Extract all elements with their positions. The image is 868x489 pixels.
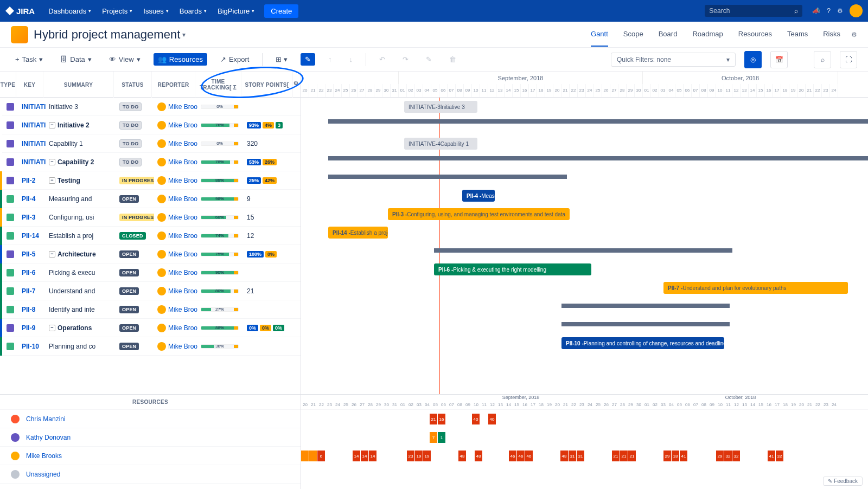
calendar-icon[interactable]: 📅	[770, 51, 788, 68]
gantt-bar[interactable]	[328, 156, 868, 160]
status-badge[interactable]: OPEN	[119, 343, 139, 350]
table-row[interactable]: PII-9−OperationsOPENMike Brooks88%0%0%0%	[0, 319, 301, 337]
resource-allocation-cell[interactable]: 48	[560, 451, 568, 461]
resource-allocation-cell[interactable]: 16	[438, 414, 445, 424]
resource-allocation-cell[interactable]: 18	[672, 451, 679, 461]
status-badge[interactable]: IN PROGRESS	[119, 177, 154, 184]
resource-row[interactable]: Unassigned	[0, 465, 301, 484]
target-icon[interactable]: ◎	[744, 51, 762, 68]
export-button[interactable]: ↗ Export	[216, 53, 254, 66]
resource-allocation-cell[interactable]: 31	[577, 451, 584, 461]
resource-allocation-cell[interactable]: 40	[472, 414, 480, 424]
undo-icon[interactable]: ↶	[375, 53, 390, 66]
issue-key[interactable]: PII-9	[18, 324, 46, 332]
resource-allocation-cell[interactable]: 48	[475, 451, 482, 461]
tab-gantt[interactable]: Gantt	[591, 22, 608, 47]
col-story-points[interactable]: STORY POINTS[	[241, 72, 293, 98]
topbar-menu-boards[interactable]: Boards▾	[174, 0, 212, 22]
data-button[interactable]: 🗄 Data ▾	[56, 53, 95, 66]
summary-cell[interactable]: −Operations	[46, 324, 116, 332]
tab-resources[interactable]: Resources	[738, 22, 772, 47]
summary-cell[interactable]: −Initiative 2	[46, 121, 116, 129]
issue-key[interactable]: PII-4	[18, 195, 46, 203]
resource-row[interactable]: Chris Manzini	[0, 410, 301, 428]
pencil-icon[interactable]: ✎	[422, 53, 436, 66]
issue-key[interactable]: PII-5	[18, 250, 46, 258]
table-row[interactable]: PII-8Identify and inteOPENMike Brooks27%	[0, 300, 301, 319]
gantt-bar[interactable]: PII-3 - Configuring, using, and managing…	[388, 208, 570, 220]
tab-teams[interactable]: Teams	[787, 22, 808, 47]
resource-allocation-cell[interactable]: 32	[732, 451, 740, 461]
col-status[interactable]: STATUS	[114, 72, 152, 98]
redo-icon[interactable]: ↷	[398, 53, 413, 66]
status-badge[interactable]: OPEN	[119, 250, 139, 258]
gantt-bar[interactable]: PII-10 - Planning and controlling of cha…	[561, 337, 724, 349]
table-row[interactable]: PII-5−ArchitectureOPENMike Brooks75%100%…	[0, 245, 301, 263]
expand-icon[interactable]: −	[49, 122, 55, 128]
gantt-bar[interactable]: PII-14 - Establish a project sched	[328, 227, 388, 239]
tab-roadmap[interactable]: Roadmap	[692, 22, 723, 47]
summary-cell[interactable]: Planning and co	[46, 343, 116, 350]
gantt-bar[interactable]: PII-7 - Understand and plan for evolutio…	[663, 282, 848, 294]
jira-logo[interactable]: JIRA	[5, 7, 35, 16]
reporter-name[interactable]: Mike Brooks	[168, 103, 197, 111]
resource-allocation-cell[interactable]: 29	[663, 451, 671, 461]
expand-icon[interactable]: −	[49, 325, 55, 331]
expand-icon[interactable]: −	[49, 177, 55, 184]
topbar-menu-bigpicture[interactable]: BigPicture▾	[212, 0, 260, 22]
reporter-name[interactable]: Mike Brooks	[168, 121, 197, 129]
status-badge[interactable]: TO DO	[119, 102, 142, 111]
resources-timeline[interactable]: September, 2018October, 2018 20212223242…	[301, 395, 868, 489]
search-toolbar-icon[interactable]: ⌕	[814, 51, 831, 68]
reporter-name[interactable]: Mike Brooks	[168, 343, 197, 350]
summary-cell[interactable]: −Testing	[46, 177, 116, 184]
col-time-tracking[interactable]: TIME TRACKING[ Σ	[195, 72, 241, 98]
up-icon[interactable]: ↑	[324, 53, 336, 66]
resource-allocation-cell[interactable]: 19	[415, 451, 423, 461]
gantt-bar[interactable]	[328, 119, 868, 124]
issue-key[interactable]: PII-10	[18, 343, 46, 350]
trash-icon[interactable]: 🗑	[445, 53, 461, 66]
settings-gear-icon[interactable]: ⚙	[851, 31, 857, 38]
gantt-bar[interactable]: INITIATIVE-4Capability 1	[404, 138, 477, 150]
resource-allocation-cell[interactable]: 32	[776, 451, 783, 461]
gantt-bar[interactable]	[434, 248, 732, 253]
resource-allocation-cell[interactable]	[301, 451, 309, 461]
issue-key[interactable]: PII-3	[18, 214, 46, 221]
summary-cell[interactable]: Understand and	[46, 287, 116, 295]
resource-allocation-cell[interactable]: 48	[458, 451, 466, 461]
resource-allocation-cell[interactable]: 41	[680, 451, 687, 461]
gantt-bar[interactable]: PII-6 - Picking & executing the right mo…	[434, 263, 591, 275]
col-summary[interactable]: SUMMARY	[43, 72, 114, 98]
summary-cell[interactable]: Picking & execu	[46, 269, 116, 276]
resource-allocation-cell[interactable]: 6	[317, 451, 325, 461]
reporter-name[interactable]: Mike Brooks	[168, 250, 197, 258]
search-input[interactable]	[709, 7, 794, 15]
status-badge[interactable]: TO DO	[119, 121, 142, 130]
issue-key[interactable]: INITIATI	[18, 121, 46, 129]
expand-icon[interactable]: −	[49, 159, 55, 165]
table-row[interactable]: PII-4Measuring and OPENMike Brooks98%9	[0, 190, 301, 208]
issue-key[interactable]: PII-14	[18, 232, 46, 240]
task-button[interactable]: + Task ▾	[11, 53, 47, 66]
gear-icon[interactable]: ⚙	[837, 7, 843, 15]
table-row[interactable]: INITIATI−Initiative 2TO DOMike Brooks76%…	[0, 116, 301, 134]
resource-row[interactable]: Kathy Donovan	[0, 428, 301, 447]
layout-button[interactable]: ⊞ ▾	[271, 53, 292, 66]
table-row[interactable]: INITIATICapability 1TO DOMike Brooks0%32…	[0, 134, 301, 153]
status-badge[interactable]: OPEN	[119, 269, 139, 276]
gantt-bar[interactable]: PII-4 - Measu	[462, 190, 495, 202]
status-badge[interactable]: OPEN	[119, 324, 139, 332]
summary-cell[interactable]: −Capability 2	[46, 158, 116, 166]
table-row[interactable]: INITIATIInitiative 3TO DOMike Brooks0%	[0, 98, 301, 116]
column-settings-icon[interactable]: ⚙	[293, 80, 298, 86]
summary-cell[interactable]: Initiative 3	[46, 103, 116, 111]
issue-key[interactable]: INITIATI	[18, 103, 46, 111]
summary-cell[interactable]: −Architecture	[46, 250, 116, 258]
summary-cell[interactable]: Capability 1	[46, 140, 116, 147]
resource-allocation-cell[interactable]: 41	[768, 451, 775, 461]
resource-allocation-cell[interactable]: 40	[488, 414, 496, 424]
issue-key[interactable]: PII-6	[18, 269, 46, 276]
search-box[interactable]: ⌕	[705, 5, 802, 17]
resource-allocation-cell[interactable]: 1	[438, 432, 445, 443]
